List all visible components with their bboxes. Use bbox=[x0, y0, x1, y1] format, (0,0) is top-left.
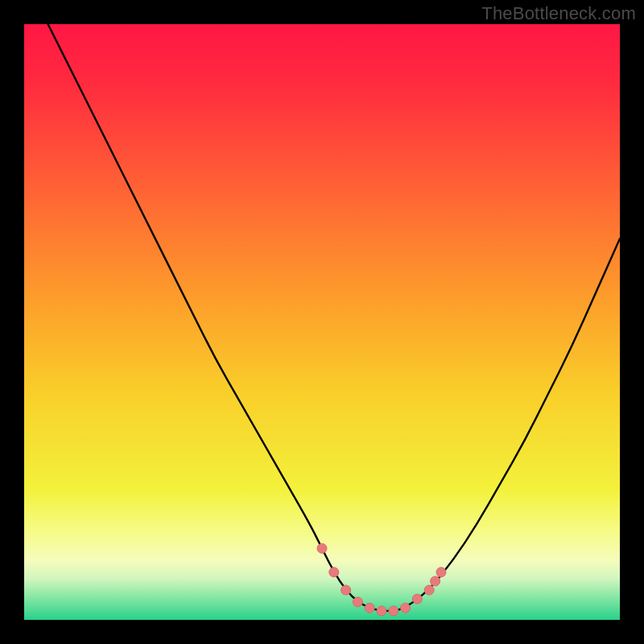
curve-marker bbox=[353, 597, 362, 607]
curve-marker bbox=[377, 606, 386, 616]
curve-marker bbox=[317, 543, 327, 553]
chart-frame: TheBottleneck.com bbox=[0, 0, 644, 644]
curve-marker bbox=[389, 606, 398, 616]
curve-marker bbox=[412, 594, 422, 604]
curve-marker bbox=[401, 603, 411, 613]
curve-marker bbox=[436, 568, 446, 577]
curve-marker bbox=[431, 576, 440, 586]
bottleneck-chart bbox=[24, 24, 620, 620]
watermark-text: TheBottleneck.com bbox=[481, 3, 636, 24]
curve-marker bbox=[424, 585, 434, 595]
gradient-background bbox=[24, 24, 620, 620]
curve-marker bbox=[341, 585, 351, 595]
curve-marker bbox=[365, 603, 374, 613]
curve-marker bbox=[329, 568, 339, 577]
